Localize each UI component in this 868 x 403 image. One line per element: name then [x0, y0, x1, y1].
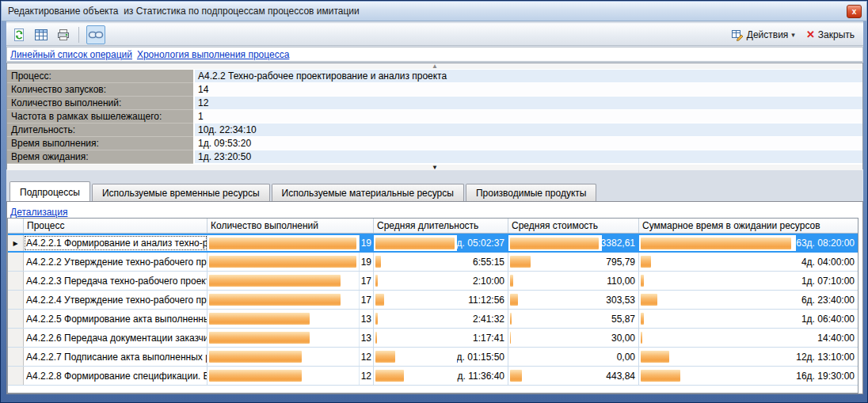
property-value[interactable]: 1д. 23:20:50: [193, 150, 862, 164]
scroll-up-button[interactable]: ▲: [7, 63, 862, 70]
cost-value: 443,84: [602, 367, 639, 385]
property-value[interactable]: 1д. 09:53:20: [193, 137, 862, 150]
property-label: Количество выполнений:: [7, 97, 193, 110]
wait-value: 63д. 08:20:00: [796, 235, 858, 251]
wait-bar: [641, 351, 669, 363]
wait-bar: [641, 238, 791, 249]
row-indicator-cell: [8, 253, 24, 271]
count-bar-cell: [207, 367, 360, 385]
links-mode-button[interactable]: [86, 25, 105, 44]
table-row[interactable]: A4.2.2.7 Подписание акта выполненных раб…: [8, 348, 858, 367]
linear-operations-link[interactable]: Линейный список операций: [10, 49, 132, 60]
scroll-down-icon: ▼: [432, 165, 438, 171]
process-cell[interactable]: A4.2.2.1 Формирование и анализ техно-раб…: [24, 235, 207, 251]
header-stub: [8, 219, 24, 233]
count-bar: [209, 313, 310, 325]
process-cell[interactable]: A4.2.2.8 Формирование спецификации. Вне.…: [24, 367, 207, 385]
wait-bar-cell: [639, 367, 796, 385]
process-cell[interactable]: A4.2.2.6 Передача документации заказчику…: [24, 329, 207, 347]
count-bar: [209, 238, 356, 249]
cost-value: 795,79: [602, 253, 639, 271]
tab-temporary-resources[interactable]: Используемые временные ресурсы: [92, 184, 270, 201]
count-bar-cell: [207, 291, 360, 309]
count-bar: [209, 294, 341, 306]
duration-value: 11:12:56: [457, 291, 508, 309]
count-bar-cell: [207, 348, 360, 366]
wait-bar-cell: [639, 291, 796, 309]
close-dialog-button[interactable]: ✕ Закрыть: [801, 26, 860, 43]
print-button[interactable]: [54, 25, 73, 44]
cost-bar-cell: [508, 348, 602, 366]
property-value[interactable]: 14: [193, 83, 862, 97]
duration-value: 1д. 01:15:50: [457, 348, 508, 366]
property-value[interactable]: A4.2.2 Техно-рабочее проектирование и ан…: [193, 70, 862, 83]
actions-button[interactable]: Действия ▾: [725, 26, 801, 44]
tab-material-resources[interactable]: Используемые материальные ресурсы: [272, 184, 464, 201]
property-value[interactable]: 10д. 22:34:10: [193, 124, 862, 137]
property-label: Процесс:: [7, 70, 193, 83]
header-duration[interactable]: Средняя длительность: [374, 219, 508, 233]
cost-bar-cell: [508, 235, 602, 251]
table-row[interactable]: A4.2.2.5 Формирование акта выполненных..…: [8, 310, 858, 329]
count-bar: [209, 275, 341, 287]
process-chronology-link[interactable]: Хронология выполнения процесса: [137, 49, 289, 60]
wait-value: 1д. 06:40:00: [796, 310, 858, 328]
header-wait[interactable]: Суммарное время в ожидании ресурсов: [639, 219, 858, 233]
wait-value: 14:40:00: [796, 329, 858, 347]
count-bar-cell: [207, 310, 360, 328]
tab-panel-subprocesses: Детализация Процесс Количество выполнени…: [6, 201, 863, 394]
actions-label: Действия: [747, 29, 789, 40]
header-cost[interactable]: Средняя стоимость: [508, 219, 639, 233]
refresh-document-button[interactable]: [10, 25, 29, 44]
table-row[interactable]: A4.2.2.8 Формирование спецификации. Вне.…: [8, 367, 858, 386]
cost-bar-cell: [508, 272, 602, 290]
process-cell[interactable]: A4.2.2.2 Утверждение техно-рабочего прое…: [24, 253, 207, 271]
refresh-document-icon: [12, 28, 26, 42]
property-value[interactable]: 1: [193, 110, 862, 124]
tab-subprocesses[interactable]: Подпроцессы: [10, 181, 90, 201]
table-row[interactable]: ▶ A4.2.2.1 Формирование и анализ техно-р…: [8, 234, 858, 253]
grid-view-button[interactable]: [32, 25, 51, 44]
table-row[interactable]: A4.2.2.3 Передача техно-рабочего проекта…: [8, 272, 858, 291]
table-row[interactable]: A4.2.2.4 Утверждение техно-рабочего прое…: [8, 291, 858, 310]
duration-bar: [375, 313, 378, 325]
duration-value: 1:17:41: [457, 329, 508, 347]
duration-bar-cell: [374, 348, 457, 366]
detail-link[interactable]: Детализация: [10, 207, 67, 218]
cost-bar: [510, 256, 531, 268]
count-bar: [209, 332, 310, 344]
cost-bar-cell: [508, 310, 602, 328]
table-row[interactable]: A4.2.2.2 Утверждение техно-рабочего прое…: [8, 253, 858, 272]
title-bar[interactable]: Редактирование объекта из Статистика по …: [2, 2, 866, 21]
row-indicator-cell: [8, 329, 24, 347]
process-cell[interactable]: A4.2.2.4 Утверждение техно-рабочего прое…: [24, 291, 207, 309]
process-cell[interactable]: A4.2.2.7 Подписание акта выполненных раб…: [24, 348, 207, 366]
cost-bar: [510, 370, 522, 382]
printer-icon: [56, 28, 70, 42]
property-row: Количество запусков: 14: [7, 83, 862, 97]
window-close-button[interactable]: x: [847, 5, 862, 18]
process-cell[interactable]: A4.2.2.3 Передача техно-рабочего проекта…: [24, 272, 207, 290]
row-indicator-cell: [8, 272, 24, 290]
header-process[interactable]: Процесс: [24, 219, 207, 233]
property-row: Длительность: 10д. 22:34:10: [7, 124, 862, 137]
duration-value: 1д. 11:36:40: [457, 367, 508, 385]
scroll-up-icon: ▲: [432, 63, 438, 70]
chevron-down-icon: ▾: [791, 31, 795, 39]
wait-bar: [641, 275, 644, 287]
scroll-down-button[interactable]: ▼: [7, 164, 862, 170]
duration-bar: [375, 332, 377, 344]
duration-bar-cell: [374, 367, 457, 385]
cost-bar-cell: [508, 329, 602, 347]
count-bar-cell: [207, 253, 360, 271]
cost-value: 0,00: [602, 348, 639, 366]
table-row[interactable]: A4.2.2.6 Передача документации заказчику…: [8, 329, 858, 348]
table-icon: [34, 28, 48, 42]
count-bar-cell: [207, 235, 360, 251]
row-indicator-cell: [8, 367, 24, 385]
wait-bar: [641, 370, 680, 382]
property-value[interactable]: 12: [193, 97, 862, 110]
tab-products[interactable]: Производимые продукты: [466, 184, 597, 201]
header-count[interactable]: Количество выполнений: [207, 219, 374, 233]
process-cell[interactable]: A4.2.2.5 Формирование акта выполненных..…: [24, 310, 207, 328]
